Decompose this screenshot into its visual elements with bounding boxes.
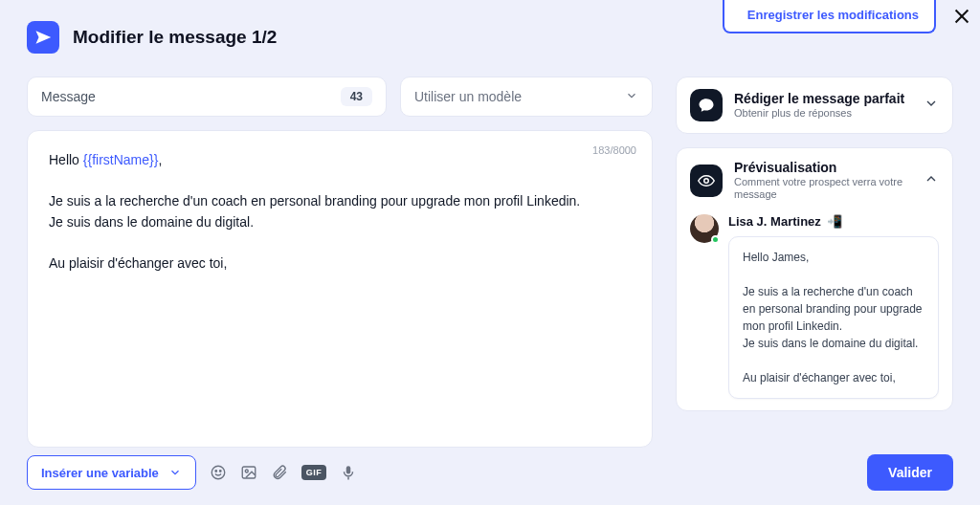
- preview-bubble: Hello James, Je suis a la recherche d'un…: [728, 236, 939, 399]
- eye-icon: [690, 165, 723, 197]
- svg-rect-8: [348, 477, 350, 480]
- svg-rect-6: [242, 467, 256, 478]
- avatar: [690, 214, 719, 243]
- microphone-icon: [340, 464, 357, 481]
- page-title: Modifier le message 1/2: [73, 27, 277, 48]
- phone-emoji: 📲: [827, 214, 842, 229]
- preview-subtitle: Comment votre prospect verra votre messa…: [734, 176, 912, 201]
- message-label: Message: [41, 89, 96, 104]
- chevron-down-icon: [168, 466, 182, 479]
- chevron-down-icon: [924, 96, 939, 111]
- sender-name: Lisa J. Martinez: [728, 214, 821, 229]
- image-icon: [240, 464, 257, 481]
- message-editor[interactable]: 183/8000 Hello {{firstName}}, Je suis a …: [27, 130, 653, 448]
- send-icon: [34, 29, 52, 46]
- svg-point-7: [245, 470, 248, 472]
- char-counter: 183/8000: [592, 143, 636, 159]
- emoji-button[interactable]: [210, 464, 227, 481]
- paperclip-icon: [271, 464, 288, 481]
- tips-toggle[interactable]: [924, 96, 939, 115]
- tips-title: Rédiger le message parfait: [734, 91, 912, 107]
- page-header: Modifier le message 1/2: [27, 21, 277, 54]
- message-text: Je suis a la recherche d'un coach en per…: [49, 193, 580, 271]
- message-body: Hello {{firstName}}, Je suis a la recher…: [49, 150, 631, 274]
- close-button[interactable]: [951, 6, 972, 31]
- gif-button[interactable]: GIF: [301, 465, 327, 480]
- chat-icon: [690, 89, 723, 121]
- footer-bar: Insérer une variable GIF Valider: [27, 453, 953, 492]
- left-column: Message 43 Utiliser un modèle 183/8000 H…: [27, 77, 653, 448]
- variable-token: {{firstName}}: [83, 152, 159, 167]
- presence-indicator: [711, 235, 720, 244]
- insert-variable-button[interactable]: Insérer une variable: [27, 455, 196, 490]
- close-icon: [951, 6, 972, 27]
- tips-panel: Rédiger le message parfait Obtenir plus …: [676, 77, 953, 134]
- image-button[interactable]: [240, 464, 257, 481]
- svg-point-5: [219, 471, 221, 472]
- svg-point-3: [212, 466, 225, 479]
- preview-body: Lisa J. Martinez 📲 Hello James, Je suis …: [690, 214, 939, 399]
- svg-point-2: [704, 178, 709, 183]
- attachment-button[interactable]: [271, 464, 288, 481]
- save-changes-button[interactable]: Enregistrer les modifications: [723, 0, 936, 33]
- tips-subtitle: Obtenir plus de réponses: [734, 107, 912, 120]
- preview-panel: Prévisualisation Comment votre prospect …: [676, 147, 953, 411]
- app-logo: [27, 21, 59, 54]
- greeting-suffix: ,: [158, 152, 162, 167]
- chevron-down-icon: [625, 89, 638, 105]
- template-placeholder: Utiliser un modèle: [414, 89, 522, 104]
- greeting-prefix: Hello: [49, 152, 83, 167]
- toolbar-icons: GIF: [210, 464, 358, 481]
- validate-button[interactable]: Valider: [867, 454, 953, 491]
- message-count-badge: 43: [341, 87, 372, 106]
- app-root: Enregistrer les modifications Modifier l…: [0, 0, 980, 505]
- preview-toggle[interactable]: [924, 171, 939, 190]
- sender-name-row: Lisa J. Martinez 📲: [728, 214, 939, 229]
- top-controls: Message 43 Utiliser un modèle: [27, 77, 653, 117]
- preview-title: Prévisualisation: [734, 160, 912, 176]
- chevron-up-icon: [924, 171, 939, 187]
- right-column: Rédiger le message parfait Obtenir plus …: [676, 77, 953, 411]
- smiley-icon: [210, 464, 227, 481]
- template-select[interactable]: Utiliser un modèle: [400, 77, 653, 117]
- save-label: Enregistrer les modifications: [747, 8, 919, 22]
- message-type-field[interactable]: Message 43: [27, 77, 387, 117]
- insert-variable-label: Insérer une variable: [41, 466, 159, 480]
- voice-button[interactable]: [340, 464, 357, 481]
- svg-point-4: [215, 471, 217, 472]
